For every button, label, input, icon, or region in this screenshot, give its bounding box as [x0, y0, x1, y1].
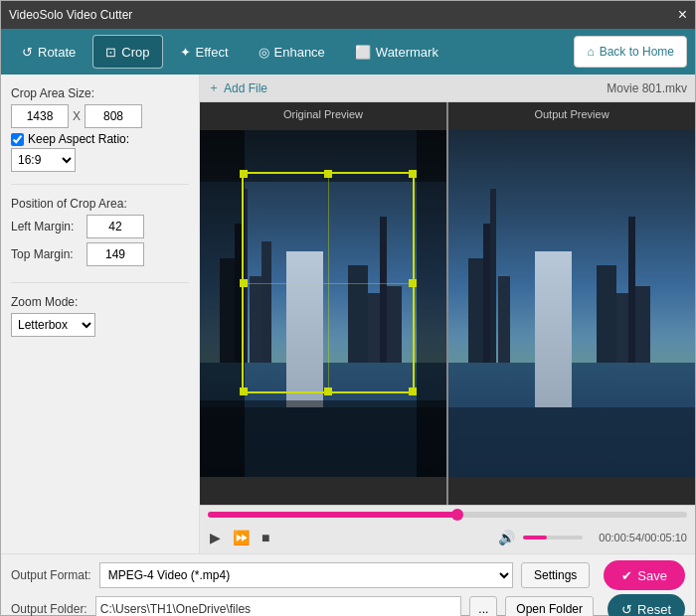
close-button[interactable]: × [678, 7, 687, 23]
fast-forward-icon: ⏩ [233, 530, 250, 545]
original-preview-label: Original Preview [283, 108, 363, 120]
home-icon: ⌂ [587, 45, 594, 59]
effect-icon: ✦ [180, 45, 191, 60]
left-margin-input[interactable] [87, 215, 144, 238]
watermark-button[interactable]: ⬜ Watermark [342, 35, 451, 69]
output-video-content [448, 130, 695, 477]
output-preview: Output Preview [448, 102, 695, 505]
add-file-button[interactable]: ＋ Add File [208, 79, 267, 96]
bottom-bar: Output Format: MPEG-4 Video (*.mp4) Sett… [1, 553, 695, 615]
top-margin-row: Top Margin: [11, 242, 189, 266]
left-margin-label: Left Margin: [11, 220, 83, 233]
window-title: VideoSolo Video Cutter [9, 8, 132, 22]
position-label: Position of Crop Area: [11, 197, 189, 211]
add-file-icon: ＋ [208, 79, 220, 96]
main-window: VideoSolo Video Cutter × ↺ Rotate ⊡ Crop… [0, 0, 696, 616]
reset-button[interactable]: ↺ Reset [608, 594, 685, 616]
original-video-content [200, 130, 446, 477]
zoom-mode-label: Zoom Mode: [11, 295, 189, 309]
play-icon: ▶ [210, 530, 221, 545]
folder-row: Output Folder: ... Open Folder ↺ Reset [11, 594, 685, 616]
reset-icon: ↺ [621, 602, 632, 617]
divider-1 [11, 184, 189, 185]
enhance-button[interactable]: ◎ Enhance [246, 35, 338, 69]
size-inputs: X [11, 104, 189, 128]
format-row: Output Format: MPEG-4 Video (*.mp4) Sett… [11, 560, 685, 590]
crop-area-size-label: Crop Area Size: [11, 86, 189, 100]
bottom-letterbox-orig [200, 477, 446, 505]
volume-icon: 🔊 [498, 530, 515, 545]
top-margin-label: Top Margin: [11, 247, 83, 261]
effect-button[interactable]: ✦ Effect [167, 35, 242, 69]
zoom-mode-select[interactable]: Letterbox Crop Stretch None [11, 313, 95, 337]
rotate-button[interactable]: ↺ Rotate [9, 35, 88, 69]
width-input[interactable] [11, 104, 69, 128]
open-folder-button[interactable]: Open Folder [505, 596, 594, 616]
toolbar: ↺ Rotate ⊡ Crop ✦ Effect ◎ Enhance ⬜ Wat… [1, 29, 695, 75]
keep-aspect-row: Keep Aspect Ratio: [11, 132, 189, 146]
format-select[interactable]: MPEG-4 Video (*.mp4) [99, 562, 513, 588]
settings-button[interactable]: Settings [521, 562, 590, 588]
folder-input[interactable] [95, 596, 462, 616]
bottom-letterbox-out [448, 477, 695, 505]
keep-aspect-checkbox[interactable] [11, 133, 24, 146]
content-area: Crop Area Size: X Keep Aspect Ratio: 16:… [1, 75, 695, 553]
time-display: 00:00:54/00:05:10 [599, 532, 687, 543]
progress-fill [208, 512, 457, 518]
progress-thumb[interactable] [451, 509, 463, 521]
left-panel: Crop Area Size: X Keep Aspect Ratio: 16:… [1, 75, 200, 553]
x-separator: X [73, 109, 81, 123]
aspect-ratio-select[interactable]: 16:9 4:3 1:1 9:16 [11, 148, 76, 172]
top-margin-input[interactable] [87, 242, 144, 266]
enhance-icon: ◎ [259, 45, 269, 60]
left-margin-row: Left Margin: [11, 215, 189, 238]
divider-2 [11, 282, 189, 283]
volume-area: 🔊 [496, 528, 583, 547]
file-bar: ＋ Add File Movie 801.mkv [200, 75, 695, 102]
timeline-area: ▶ ⏩ ■ 🔊 [200, 505, 695, 553]
output-preview-label: Output Preview [534, 108, 609, 120]
save-check-icon: ✔ [621, 568, 632, 583]
fast-forward-button[interactable]: ⏩ [231, 528, 252, 547]
folder-label: Output Folder: [11, 602, 87, 616]
browse-button[interactable]: ... [469, 596, 497, 616]
volume-fill [523, 536, 547, 539]
original-preview: Original Preview [200, 102, 446, 505]
title-bar: VideoSolo Video Cutter × [1, 1, 695, 29]
volume-button[interactable]: 🔊 [496, 528, 517, 547]
watermark-icon: ⬜ [355, 45, 371, 60]
stop-icon: ■ [261, 530, 269, 545]
play-button[interactable]: ▶ [208, 528, 223, 547]
right-panel: ＋ Add File Movie 801.mkv Original Previe… [200, 75, 695, 553]
format-label: Output Format: [11, 568, 91, 582]
keep-aspect-label: Keep Aspect Ratio: [28, 132, 129, 146]
progress-bar[interactable] [208, 512, 687, 518]
rotate-icon: ↺ [22, 45, 33, 60]
crop-icon: ⊡ [105, 45, 116, 60]
crop-button[interactable]: ⊡ Crop [92, 35, 162, 69]
stop-button[interactable]: ■ [260, 528, 271, 547]
preview-area: Original Preview [200, 102, 695, 505]
file-name: Movie 801.mkv [607, 81, 687, 95]
controls-row: ▶ ⏩ ■ 🔊 [208, 526, 687, 549]
back-home-button[interactable]: ⌂ Back to Home [574, 36, 687, 68]
volume-bar[interactable] [523, 536, 583, 539]
save-button[interactable]: ✔ Save [604, 560, 685, 590]
height-input[interactable] [85, 104, 142, 128]
